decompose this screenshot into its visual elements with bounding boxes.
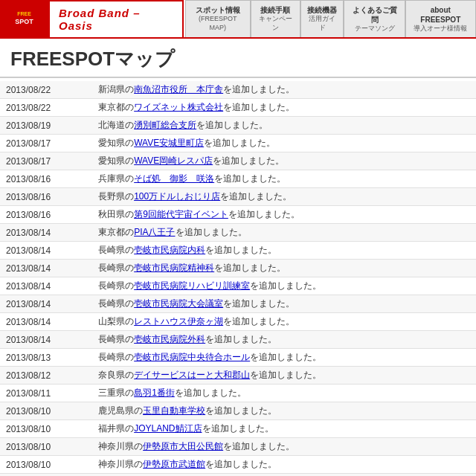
row-link[interactable]: 湧別町総合支所 bbox=[134, 120, 196, 130]
row-link[interactable]: 壱岐市民病院中央待合ホール bbox=[134, 352, 250, 362]
nav-tab-main-1: 接続手順 bbox=[260, 5, 290, 15]
row-link[interactable]: PIA八王子 bbox=[134, 227, 175, 237]
row-prefix: 山梨県の bbox=[98, 316, 134, 327]
content-cell: 長崎県の壱岐市民病院リハビリ訓練室を追加しました。 bbox=[92, 277, 476, 295]
content-cell: 愛知県のWAVE安城里町店を追加しました。 bbox=[92, 135, 476, 152]
row-suffix: を追加しました。 bbox=[196, 120, 268, 130]
row-suffix: を追加しました。 bbox=[205, 245, 277, 255]
table-row: 2013/08/14長崎県の壱岐市民病院外科を追加しました。 bbox=[0, 331, 476, 349]
table-row: 2013/08/09兵庫県の上郡町スポーツセンターを追加しました。 bbox=[0, 474, 476, 477]
row-suffix: を追加しました。 bbox=[205, 334, 277, 344]
content-cell: 長崎県の壱岐市民病院精神科を追加しました。 bbox=[92, 260, 476, 277]
date-cell: 2013/08/22 bbox=[0, 99, 92, 117]
row-link[interactable]: WAVE岡崎レスパ店 bbox=[134, 155, 213, 166]
date-cell: 2013/08/17 bbox=[0, 152, 92, 170]
content-cell: 兵庫県の上郡町スポーツセンターを追加しました。 bbox=[92, 474, 476, 477]
content-cell: 秋田県の第9回能代宇宙イベントを追加しました。 bbox=[92, 206, 476, 224]
date-cell: 2013/08/16 bbox=[0, 188, 92, 206]
content-cell: 奈良県のデイサービスはーと大和郡山を追加しました。 bbox=[92, 367, 476, 385]
row-prefix: 長崎県の bbox=[98, 245, 134, 255]
row-link[interactable]: 壱岐市民病院リハビリ訓練室 bbox=[134, 280, 250, 291]
row-suffix: を追加しました。 bbox=[205, 459, 277, 469]
row-prefix: 新潟県の bbox=[98, 84, 134, 94]
content-cell: 鹿児島県の玉里自動車学校を追加しました。 bbox=[92, 402, 476, 420]
row-suffix: を追加しました。 bbox=[202, 423, 274, 434]
row-suffix: を追加しました。 bbox=[214, 173, 286, 184]
row-link[interactable]: 第9回能代宇宙イベント bbox=[134, 209, 228, 219]
row-link[interactable]: 100万ドルしおじり店 bbox=[134, 191, 220, 202]
row-prefix: 神奈川県の bbox=[98, 441, 143, 451]
row-link[interactable]: レストハウス伊奈ヶ湖 bbox=[134, 316, 223, 327]
table-row: 2013/08/19北海道の湧別町総合支所を追加しました。 bbox=[0, 117, 476, 135]
row-link[interactable]: 壱岐市民病院精神科 bbox=[134, 263, 214, 273]
row-link[interactable]: 伊勢原市武道館 bbox=[143, 459, 205, 469]
row-link[interactable]: 壱岐市民病院内科 bbox=[134, 245, 205, 255]
main-table: 2013/08/22新潟県の南魚沼市役所 本庁舎を追加しました。2013/08/… bbox=[0, 81, 476, 476]
date-cell: 2013/08/16 bbox=[0, 170, 92, 188]
row-link[interactable]: 壱岐市民病院大会議室 bbox=[134, 298, 223, 309]
table-row: 2013/08/14長崎県の壱岐市民病院大会議室を追加しました。 bbox=[0, 295, 476, 313]
row-link[interactable]: 玉里自動車学校 bbox=[143, 405, 205, 416]
row-link[interactable]: デイサービスはーと大和郡山 bbox=[134, 370, 250, 380]
date-cell: 2013/08/14 bbox=[0, 331, 92, 349]
row-link[interactable]: ワイズネット株式会社 bbox=[134, 102, 223, 112]
row-prefix: 秋田県の bbox=[98, 209, 134, 219]
row-link[interactable]: 伊勢原市大田公民館 bbox=[143, 441, 223, 451]
row-suffix: を追加しました。 bbox=[205, 405, 277, 416]
row-suffix: を追加しました。 bbox=[223, 316, 295, 327]
content-cell: 三重県の島羽1番街を追加しました。 bbox=[92, 385, 476, 402]
row-prefix: 愛知県の bbox=[98, 138, 134, 148]
nav-tab-sub-0: (FREESPOT MAP) bbox=[191, 15, 245, 32]
table-row: 2013/08/13長崎県の壱岐市民病院中央待合ホールを追加しました。 bbox=[0, 349, 476, 367]
row-link[interactable]: 壱岐市民病院外科 bbox=[134, 334, 205, 344]
logo-area: FREE SPOT bbox=[0, 0, 48, 37]
date-cell: 2013/08/09 bbox=[0, 474, 92, 477]
table-row: 2013/08/10福井県のJOYLAND鯖江店を追加しました。 bbox=[0, 420, 476, 438]
row-prefix: 長崎県の bbox=[98, 352, 134, 362]
content-cell: 長野県の100万ドルしおじり店を追加しました。 bbox=[92, 188, 476, 206]
table-row: 2013/08/14山梨県のレストハウス伊奈ヶ湖を追加しました。 bbox=[0, 313, 476, 331]
row-suffix: を追加しました。 bbox=[223, 84, 295, 94]
nav-tab-3[interactable]: よくあるご質問テーマソング bbox=[344, 0, 405, 37]
date-cell: 2013/08/14 bbox=[0, 295, 92, 313]
date-cell: 2013/08/10 bbox=[0, 438, 92, 456]
table-row: 2013/08/14東京都のPIA八王子を追加しました。 bbox=[0, 224, 476, 242]
row-suffix: を追加しました。 bbox=[228, 209, 300, 219]
content-cell: 長崎県の壱岐市民病院中央待合ホールを追加しました。 bbox=[92, 349, 476, 367]
row-link[interactable]: WAVE安城里町店 bbox=[134, 138, 204, 148]
row-prefix: 愛知県の bbox=[98, 155, 134, 166]
table-body: 2013/08/22新潟県の南魚沼市役所 本庁舎を追加しました。2013/08/… bbox=[0, 81, 476, 476]
table-row: 2013/08/14長崎県の壱岐市民病院リハビリ訓練室を追加しました。 bbox=[0, 277, 476, 295]
logo-text: FREE SPOT bbox=[15, 11, 33, 25]
content-cell: 東京都のPIA八王子を追加しました。 bbox=[92, 224, 476, 242]
row-prefix: 神奈川県の bbox=[98, 459, 143, 469]
nav-tab-4[interactable]: about FREESPOT導入オーナ様情報 bbox=[405, 0, 476, 37]
nav-tab-1[interactable]: 接続手順キャンペーン bbox=[251, 0, 300, 37]
row-prefix: 長崎県の bbox=[98, 263, 134, 273]
row-link[interactable]: 島羽1番街 bbox=[134, 387, 175, 398]
date-cell: 2013/08/11 bbox=[0, 385, 92, 402]
nav-tab-sub-3: テーマソング bbox=[355, 25, 395, 33]
row-prefix: 鹿児島県の bbox=[98, 405, 143, 416]
nav-tab-0[interactable]: スポット情報(FREESPOT MAP) bbox=[185, 0, 251, 37]
content-cell: 新潟県の南魚沼市役所 本庁舎を追加しました。 bbox=[92, 81, 476, 99]
content-cell: 兵庫県のそば処 御影 咲洛を追加しました。 bbox=[92, 170, 476, 188]
row-link[interactable]: 南魚沼市役所 本庁舎 bbox=[134, 84, 223, 94]
nav-tab-2[interactable]: 接続機器活用ガイド bbox=[300, 0, 344, 37]
date-cell: 2013/08/14 bbox=[0, 242, 92, 260]
row-prefix: 東京都の bbox=[98, 102, 134, 112]
table-row: 2013/08/12奈良県のデイサービスはーと大和郡山を追加しました。 bbox=[0, 367, 476, 385]
row-link[interactable]: JOYLAND鯖江店 bbox=[134, 423, 202, 434]
date-cell: 2013/08/19 bbox=[0, 117, 92, 135]
date-cell: 2013/08/17 bbox=[0, 135, 92, 152]
date-cell: 2013/08/14 bbox=[0, 313, 92, 331]
row-suffix: を追加しました。 bbox=[250, 280, 321, 291]
nav-tabs: スポット情報(FREESPOT MAP)接続手順キャンペーン接続機器活用ガイドよ… bbox=[185, 0, 476, 37]
row-link[interactable]: そば処 御影 咲洛 bbox=[134, 173, 214, 184]
row-prefix: 兵庫県の bbox=[98, 173, 134, 184]
nav-tab-main-4: about FREESPOT bbox=[411, 5, 470, 25]
row-prefix: 奈良県の bbox=[98, 370, 134, 380]
date-cell: 2013/08/14 bbox=[0, 277, 92, 295]
content-cell: 山梨県のレストハウス伊奈ヶ湖を追加しました。 bbox=[92, 313, 476, 331]
table-row: 2013/08/17愛知県のWAVE安城里町店を追加しました。 bbox=[0, 135, 476, 152]
